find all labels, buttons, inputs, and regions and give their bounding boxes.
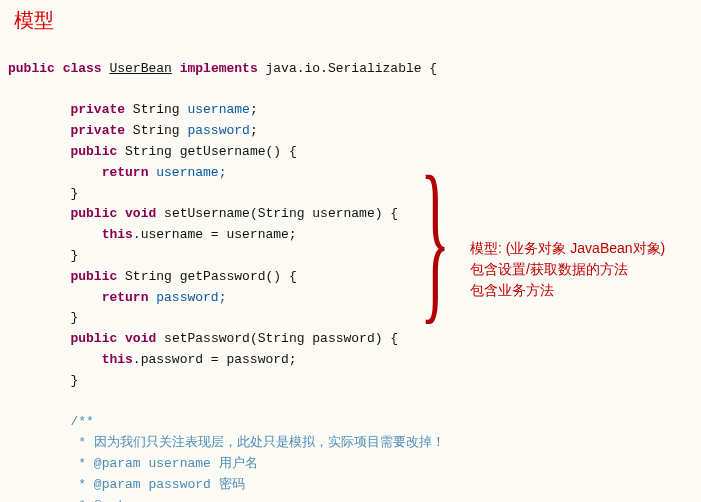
kw-class: class (63, 61, 102, 76)
assign-username: .username = username; (133, 227, 297, 242)
kw-public: public (70, 331, 117, 346)
method-setPassword: setPassword(String password) { (164, 331, 398, 346)
semi: ; (250, 102, 258, 117)
annotation-text: 模型: (业务对象 JavaBean对象) 包含设置/获取数据的方法 包含业务方… (470, 238, 701, 301)
type-string: String (133, 123, 180, 138)
method-getUsername: getUsername() { (180, 144, 297, 159)
annotation-line: 包含设置/获取数据的方法 (470, 259, 701, 280)
kw-return: return (102, 165, 149, 180)
class-name: UserBean (109, 61, 171, 76)
kw-public: public (8, 61, 55, 76)
kw-void: void (125, 331, 156, 346)
method-setUsername: setUsername(String username) { (164, 206, 398, 221)
kw-private: private (70, 102, 125, 117)
assign-password: .password = password; (133, 352, 297, 367)
ref-username: username; (156, 165, 226, 180)
kw-private: private (70, 123, 125, 138)
kw-this: this (102, 352, 133, 367)
iface: java.io.Serializable { (266, 61, 438, 76)
comment-open: /** (70, 414, 93, 429)
annotation-callout: } 模型: (业务对象 JavaBean对象) 包含设置/获取数据的方法 包含业… (420, 190, 486, 289)
method-getPassword: getPassword() { (180, 269, 297, 284)
annotation-line: 包含业务方法 (470, 280, 701, 301)
kw-return: return (102, 290, 149, 305)
kw-implements: implements (180, 61, 258, 76)
ref-password: password; (156, 290, 226, 305)
comment-line: * @param password 密码 (8, 477, 245, 492)
comment-line: * 因为我们只关注表现层，此处只是模拟，实际项目需要改掉！ (8, 435, 445, 450)
close-brace: } (70, 373, 78, 388)
curly-brace-icon: } (420, 190, 443, 289)
close-brace: } (70, 310, 78, 325)
kw-public: public (70, 206, 117, 221)
semi: ; (250, 123, 258, 138)
section-title: 模型 (14, 4, 693, 36)
kw-void: void (125, 206, 156, 221)
type-string: String (125, 144, 172, 159)
field-password: password (187, 123, 249, 138)
type-string: String (133, 102, 180, 117)
annotation-line: 模型: (业务对象 JavaBean对象) (470, 238, 701, 259)
kw-public: public (70, 144, 117, 159)
comment-line: * @return (8, 498, 148, 502)
type-string: String (125, 269, 172, 284)
kw-public: public (70, 269, 117, 284)
field-username: username (187, 102, 249, 117)
comment-line: * @param username 用户名 (8, 456, 258, 471)
kw-this: this (102, 227, 133, 242)
close-brace: } (70, 186, 78, 201)
close-brace: } (70, 248, 78, 263)
